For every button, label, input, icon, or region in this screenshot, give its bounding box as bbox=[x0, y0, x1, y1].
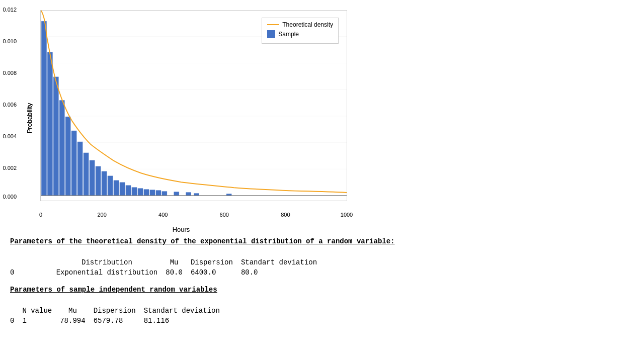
svg-rect-20 bbox=[119, 182, 125, 196]
svg-rect-13 bbox=[77, 142, 83, 196]
svg-rect-8 bbox=[47, 52, 53, 196]
legend-label-theoretical: Theoretical density bbox=[282, 21, 333, 28]
chart-container: Probability bbox=[10, 5, 352, 231]
section1-col-std: Standart deviation bbox=[241, 257, 325, 267]
x-axis-label: Hours bbox=[173, 226, 190, 233]
chart-legend: Theoretical density Sample bbox=[262, 18, 339, 44]
section1-data-row: 0 Exponential distribution 80.0 6400.0 8… bbox=[10, 267, 325, 278]
section1-col-disp: Dispersion bbox=[191, 257, 241, 267]
section1-col-mu: Mu bbox=[166, 257, 191, 267]
chart-area: 0.012 0.010 0.008 0.006 0.004 0.002 0.00… bbox=[40, 10, 347, 201]
section1-container: Parameters of the theoretical density of… bbox=[10, 237, 634, 278]
svg-rect-29 bbox=[186, 192, 191, 196]
section1-cell-std: 80.0 bbox=[241, 267, 325, 278]
section2-col-n: N value bbox=[22, 306, 60, 316]
section1-table: Distribution Mu Dispersion Standart devi… bbox=[10, 257, 325, 278]
svg-rect-14 bbox=[84, 153, 89, 196]
section2-cell-idx: 0 bbox=[10, 316, 22, 326]
svg-rect-31 bbox=[226, 194, 232, 196]
section2-col-idx bbox=[10, 306, 22, 316]
svg-rect-24 bbox=[143, 189, 149, 196]
svg-rect-9 bbox=[53, 76, 59, 196]
section1-col-idx bbox=[10, 257, 56, 267]
svg-rect-23 bbox=[137, 188, 143, 196]
section1-header-row: Distribution Mu Dispersion Standart devi… bbox=[10, 257, 325, 267]
svg-rect-18 bbox=[108, 175, 113, 196]
section2-container: Parameters of sample independent random … bbox=[10, 286, 634, 326]
svg-rect-30 bbox=[194, 193, 199, 196]
svg-rect-10 bbox=[59, 100, 65, 196]
section2-data-row: 0 1 78.994 6579.78 81.116 bbox=[10, 316, 228, 326]
section1-cell-idx: 0 bbox=[10, 267, 56, 278]
section2-cell-std: 81.116 bbox=[144, 316, 228, 326]
section1-col-dist: Distribution bbox=[56, 257, 166, 267]
legend-label-sample: Sample bbox=[278, 31, 299, 38]
section2-col-mu: Mu bbox=[60, 306, 93, 316]
legend-item-theoretical: Theoretical density bbox=[267, 21, 333, 28]
section2-cell-mu: 78.994 bbox=[60, 316, 93, 326]
legend-rect-sample bbox=[267, 30, 275, 38]
section2-table: N value Mu Dispersion Standart deviation… bbox=[10, 306, 228, 326]
svg-rect-11 bbox=[65, 117, 71, 196]
legend-item-sample: Sample bbox=[267, 30, 333, 38]
svg-rect-17 bbox=[102, 171, 107, 196]
legend-line-theoretical bbox=[267, 24, 279, 25]
section2-title: Parameters of sample independent random … bbox=[10, 286, 634, 294]
svg-rect-15 bbox=[90, 160, 95, 196]
section2-cell-n: 1 bbox=[22, 316, 60, 326]
svg-rect-26 bbox=[155, 190, 161, 196]
svg-rect-7 bbox=[41, 21, 47, 196]
section2-col-std: Standart deviation bbox=[144, 306, 228, 316]
svg-rect-25 bbox=[149, 190, 155, 196]
section2-cell-disp: 6579.78 bbox=[94, 316, 144, 326]
section1-title: Parameters of the theoretical density of… bbox=[10, 237, 634, 245]
svg-rect-19 bbox=[114, 180, 119, 196]
section2-col-disp: Dispersion bbox=[94, 306, 144, 316]
svg-rect-21 bbox=[125, 185, 131, 196]
svg-rect-27 bbox=[162, 191, 167, 196]
y-axis-label-text: Probability bbox=[26, 103, 33, 134]
section2-header-row: N value Mu Dispersion Standart deviation bbox=[10, 306, 228, 316]
section1-cell-dist: Exponential distribution bbox=[56, 267, 166, 278]
section1-cell-disp: 6400.0 bbox=[191, 267, 241, 278]
svg-rect-12 bbox=[71, 131, 77, 196]
svg-rect-16 bbox=[96, 166, 101, 196]
svg-rect-28 bbox=[174, 192, 179, 196]
section1-cell-mu: 80.0 bbox=[166, 267, 191, 278]
svg-rect-22 bbox=[131, 187, 137, 196]
